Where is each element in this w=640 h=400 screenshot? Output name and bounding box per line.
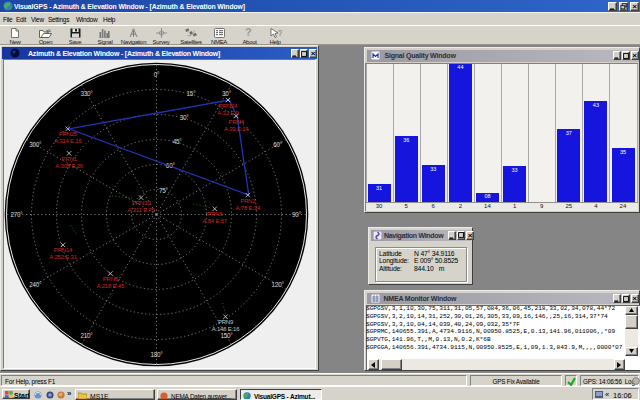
svg-text:210°: 210° — [80, 332, 93, 339]
svg-text:PRN25: PRN25 — [59, 131, 78, 137]
svg-text:PRN9: PRN9 — [218, 319, 234, 325]
svg-text:0°: 0° — [154, 71, 160, 78]
svg-text:300°: 300° — [29, 141, 42, 148]
svg-text:A:311 E:75: A:311 E:75 — [127, 207, 155, 213]
svg-text:PRN2: PRN2 — [240, 198, 256, 204]
svg-text:90°: 90° — [292, 211, 302, 218]
svg-text:60°: 60° — [273, 141, 283, 148]
svg-text:A:305 E:26: A:305 E:26 — [55, 163, 84, 169]
svg-text:330°: 330° — [80, 90, 93, 97]
svg-text:240°: 240° — [29, 281, 42, 288]
svg-text:30°: 30° — [222, 90, 232, 97]
svg-text:270°: 270° — [10, 211, 23, 218]
svg-text:A:84 E:57: A:84 E:57 — [202, 218, 227, 224]
svg-text:150°: 150° — [220, 332, 233, 339]
svg-text:PRN4: PRN4 — [229, 119, 245, 125]
svg-text:A:252 E:31: A:252 E:31 — [49, 254, 78, 260]
svg-text:A:32 E:9: A:32 E:9 — [217, 110, 239, 116]
svg-text:?: ? — [278, 28, 283, 38]
svg-text:A:314 E:16: A:314 E:16 — [54, 138, 83, 144]
svg-text:PRN1: PRN1 — [61, 156, 77, 162]
svg-text:A:39 E:14: A:39 E:14 — [224, 126, 249, 132]
svg-text:180°: 180° — [150, 351, 163, 358]
svg-text:PRN6: PRN6 — [103, 276, 119, 282]
svg-text:15°: 15° — [187, 90, 197, 97]
svg-text:75°: 75° — [159, 187, 169, 194]
svg-text:PRN24: PRN24 — [219, 103, 238, 109]
svg-text:PRN5: PRN5 — [207, 211, 223, 217]
svg-text:120°: 120° — [272, 281, 285, 288]
svg-text:A:146 E:16: A:146 E:16 — [212, 326, 241, 332]
svg-text:A:218 E:45: A:218 E:45 — [96, 283, 125, 289]
svg-text:PRN14: PRN14 — [54, 247, 73, 253]
svg-text:A:78 E:34: A:78 E:34 — [236, 205, 261, 211]
svg-text:PRN30: PRN30 — [132, 200, 151, 206]
svg-text:45°: 45° — [173, 138, 183, 145]
svg-text:30°: 30° — [180, 114, 190, 121]
